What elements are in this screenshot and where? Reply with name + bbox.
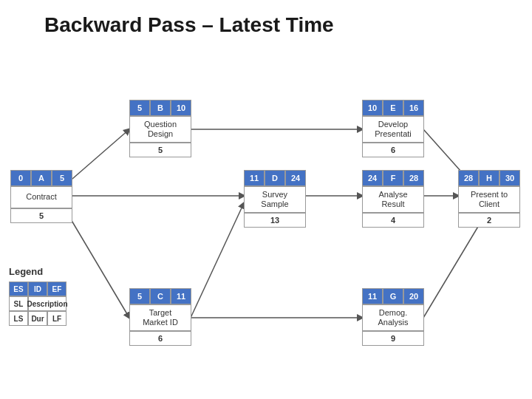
node-F-label: AnalyseResult — [362, 186, 424, 213]
node-D-ef: 24 — [285, 170, 306, 186]
node-H-dur: 2 — [458, 213, 520, 228]
node-B-es: 5 — [129, 100, 150, 116]
node-G-ef: 20 — [403, 288, 424, 304]
node-A-dur: 5 — [10, 208, 72, 223]
node-H-label: Present toClient — [458, 186, 520, 213]
node-D-es: 11 — [244, 170, 265, 186]
node-F: 24 F 28 AnalyseResult 4 — [362, 170, 424, 228]
node-C-es: 5 — [129, 288, 150, 304]
node-A-id: A — [31, 170, 52, 186]
node-E-ef: 16 — [403, 100, 424, 116]
legend-title: Legend — [9, 266, 66, 277]
legend-lf: LF — [47, 311, 66, 326]
node-D: 11 D 24 SurveySample 13 — [244, 170, 306, 228]
node-B-ef: 10 — [171, 100, 191, 116]
node-E-label: DevelopPresentati — [362, 116, 424, 143]
page-title: Backward Pass – Latest Time — [0, 0, 532, 37]
legend-es: ES — [9, 282, 28, 296]
node-C-ef: 11 — [171, 288, 191, 304]
node-F-id: F — [383, 170, 403, 186]
node-G-es: 11 — [362, 288, 383, 304]
node-D-id: D — [265, 170, 285, 186]
node-F-ef: 28 — [403, 170, 424, 186]
legend-ls: LS — [9, 311, 28, 326]
node-F-dur: 4 — [362, 213, 424, 228]
node-A-es: 0 — [10, 170, 31, 186]
node-B-label: QuestionDesign — [129, 116, 191, 143]
node-E-dur: 6 — [362, 143, 424, 157]
legend-desc: Description — [28, 296, 66, 311]
node-C-id: C — [150, 288, 171, 304]
node-G-label: Demog.Analysis — [362, 304, 424, 331]
node-B-id: B — [150, 100, 171, 116]
node-D-label: SurveySample — [244, 186, 306, 213]
legend-id: ID — [28, 282, 47, 296]
node-E: 10 E 16 DevelopPresentati 6 — [362, 100, 424, 157]
node-H-ef: 30 — [499, 170, 520, 186]
legend: Legend ES ID EF SL Description LS Dur LF — [9, 266, 66, 326]
node-E-id: E — [383, 100, 403, 116]
node-C-label: TargetMarket ID — [129, 304, 191, 331]
node-C: 5 C 11 TargetMarket ID 6 — [129, 288, 191, 346]
node-B-dur: 5 — [129, 143, 191, 157]
node-G-id: G — [383, 288, 403, 304]
node-B: 5 B 10 QuestionDesign 5 — [129, 100, 191, 157]
node-F-es: 24 — [362, 170, 383, 186]
node-A-ef: 5 — [52, 170, 72, 186]
node-H: 28 H 30 Present toClient 2 — [458, 170, 520, 228]
node-C-dur: 6 — [129, 331, 191, 346]
node-H-es: 28 — [458, 170, 479, 186]
node-A-label: Contract — [10, 186, 72, 208]
svg-line-4 — [191, 203, 244, 318]
legend-sl: SL — [9, 296, 28, 311]
legend-dur: Dur — [28, 311, 47, 326]
node-D-dur: 13 — [244, 213, 306, 228]
node-G-dur: 9 — [362, 331, 424, 346]
node-E-es: 10 — [362, 100, 383, 116]
node-H-id: H — [479, 170, 499, 186]
legend-ef: EF — [47, 282, 66, 296]
node-G: 11 G 20 Demog.Analysis 9 — [362, 288, 424, 346]
node-A: 0 A 5 Contract 5 — [10, 170, 72, 223]
